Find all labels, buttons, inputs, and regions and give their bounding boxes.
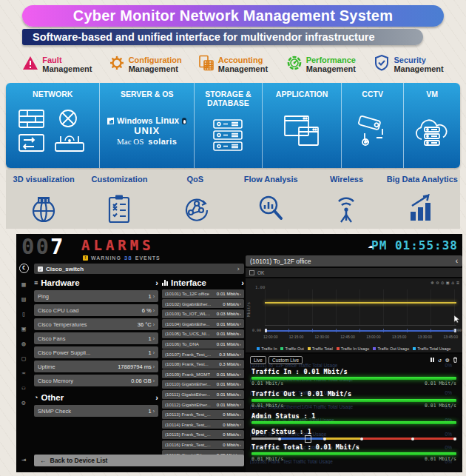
interface-value: 0.03 Mbit/s [217,311,239,316]
interface-value: 0.3 Mbit/s [219,361,239,366]
rail-icon[interactable]: ⚇ [16,384,31,392]
rail-icon[interactable]: ▯ [16,310,31,318]
vm-cloud-icon [413,98,451,168]
interface-row[interactable]: (10113) Frank_Test_... 0 Mbit/s › [162,410,244,419]
legend-item[interactable]: Traffic In [257,346,277,351]
x-tick-label: 13:00:00 [366,335,380,339]
chart-toolbar-icon[interactable]: ◎ [441,280,444,286]
sensor-row[interactable]: Uptime 17889794 ms › [34,361,158,372]
chart-toolbar-icon[interactable]: ≡ [456,280,459,286]
trash-icon[interactable] [453,357,458,364]
metric-max: 0.01 Mbit/s [425,381,456,386]
interface-header[interactable]: Interface › [162,277,244,288]
interface-row[interactable]: (10102) GigabitEther... 0 Mbit/s › [162,299,244,308]
gauge-toolbar: ↺ ⚙ [430,357,458,364]
metric-min: 0.01 Mbit/s [251,403,283,409]
chart-toolbar-icon[interactable]: ⌂ [451,280,454,286]
category-server-os: SERVER & OS Windows Linux UNIX Mac OSsol… [100,83,194,168]
traffic-chart: ⊕⊖◎▣⌂≡ 1.00 Mbit/s 0.00 0.00 12:00:0012:… [246,278,462,352]
interface-label: (10108) Frank_Test... [165,361,209,366]
globe-3d-icon [29,194,58,227]
interface-row[interactable]: (10107) Frank_Test_... 0.3 Mbit/s › [162,349,244,358]
history-icon[interactable]: ↺ [438,357,442,363]
oper-status-handle[interactable] [305,435,311,443]
plot-area[interactable] [265,289,456,326]
detail-header[interactable]: (10101) To_12F office ‹ [246,255,462,267]
rail-icon[interactable]: ▤ [16,295,31,303]
chevron-right-icon: › [153,409,155,414]
sensor-row[interactable]: Cisco CPU Load 6 % › [34,304,158,316]
chart-toolbar-icon[interactable]: ⊕ [430,280,433,286]
interface-row[interactable]: (10105) To_UCS_NI... 0.01 Mbit/s › [162,329,244,338]
checkbox-checked-icon[interactable]: ✓ [38,267,43,272]
interface-row[interactable]: (10101) To_12F office 0.01 Mbit/s › [162,289,244,298]
interface-row[interactable]: (10115) Frank_Test_... 0 Mbit/s › [162,430,244,439]
legend-item[interactable]: Traffic Total [308,346,333,351]
app-logo[interactable]: C [19,264,29,273]
legend-label: Traffic Total Usage [417,346,450,351]
other-header[interactable]: ◔ Other › [34,392,158,403]
status-checkbox[interactable] [249,270,254,275]
interface-row[interactable]: (10114) Frank_Test_... 0 Mbit/s › [162,420,244,429]
device-selector[interactable]: ✓ Cisco_switch › [34,264,244,274]
interface-row[interactable]: (10104) GigabitEthe... 0.01 Mbit/s › [162,319,244,328]
slider-max-label: 0.00 [453,328,462,332]
sensor-row[interactable]: Cisco Power Suppli... 1 › [34,346,158,358]
category-title: CCTV [356,90,389,98]
x-tick-label: 13:45:00 [443,335,457,339]
chart-toolbar-icon[interactable]: ▣ [446,280,449,286]
feature-performance: PerformanceManagement [277,47,365,81]
legend-item[interactable]: Traffic Out [280,346,303,351]
cap-title: Wireless [330,175,363,193]
chart-toolbar-icon[interactable]: ⊖ [436,280,439,286]
scale-dot [323,438,326,440]
legend-item[interactable]: Traffic Out Usage [373,346,409,351]
gear-icon[interactable]: ⚙ [445,357,449,363]
legend-label: Traffic Total [312,346,333,351]
slider-handle-left[interactable] [265,329,267,332]
interface-row[interactable]: (10111) GigabitEther... 0.01 Mbit/s › [162,390,244,399]
logout-icon[interactable]: ⇥ [16,455,31,463]
sensor-row[interactable]: Cisco Fans 1 › [34,332,158,344]
clipboard-icon [107,194,132,227]
time-range-slider[interactable] [265,329,456,332]
wrench-gear-icon [109,55,125,74]
interface-row[interactable]: (10103) To_IOT_WL... 0.03 Mbit/s › [162,309,244,318]
sensor-row[interactable]: SNMP Check 1 › [34,405,158,417]
interface-row[interactable]: (10112) GigabitEther... 0.01 Mbit/s › [162,400,244,409]
rail-icon[interactable]: ▣ [16,325,31,332]
sensor-row[interactable]: Ping 1 › [34,290,158,302]
rail-icon[interactable]: ♒ [16,369,31,377]
live-button[interactable]: Live [250,356,266,364]
rail-icon[interactable]: ◍ [16,340,31,347]
category-application: APPLICATION [263,83,342,168]
back-to-device-list-button[interactable]: ← Back to Device List [34,455,244,466]
pause-icon[interactable] [430,357,435,363]
interface-row[interactable]: (10106) To_DNA 0.01 Mbit/s › [162,340,244,349]
legend-item[interactable]: Traffic Total Usage [413,346,450,351]
chevron-right-icon: › [240,372,241,376]
interface-label: (10112) GigabitEther... [165,402,211,407]
sensor-row[interactable]: Cisco Temperatures 36 °C › [34,318,158,330]
detail-panel: (10101) To_12F office ‹ OK ⊕⊖◎▣⌂≡ 1.00 M… [246,255,462,472]
interface-value: 0.01 Mbit/s [217,392,239,397]
rail-icon[interactable]: ▦ [16,281,31,288]
interface-label: (10103) To_IOT_WL... [165,311,210,316]
chevron-left-icon[interactable]: ‹ [456,257,458,265]
cap-title: Customization [92,175,148,193]
custom-live-button[interactable]: Custom Live [269,356,303,364]
hardware-header[interactable]: ≡ Hardware › [34,277,158,288]
interface-row[interactable]: (10109) Frank_MGMT 0.01 Mbit/s › [162,369,244,378]
sensor-row[interactable]: Cisco Memory 0.06 GB › [34,375,158,386]
metric-label: Admin Status : 1 [251,412,456,420]
interface-row[interactable]: (10108) Frank_Test... 0.3 Mbit/s › [162,360,244,369]
other-list: SNMP Check 1 › [34,405,158,417]
interface-label: (10114) Frank_Test_... [165,422,211,427]
legend-item[interactable]: Traffic In Usage [337,346,370,351]
interface-list: (10101) To_12F office 0.01 Mbit/s › (101… [162,289,244,460]
interface-value: 0 Mbit/s [223,442,239,447]
interface-row[interactable]: (10116) Frank_Test_... 0 Mbit/s › [162,440,244,449]
rail-icon[interactable]: ▢ [16,355,31,362]
interface-row[interactable]: (10110) GigabitEther... 0.01 Mbit/s › [162,380,244,389]
rail-icon[interactable]: ⚙ [16,399,31,406]
